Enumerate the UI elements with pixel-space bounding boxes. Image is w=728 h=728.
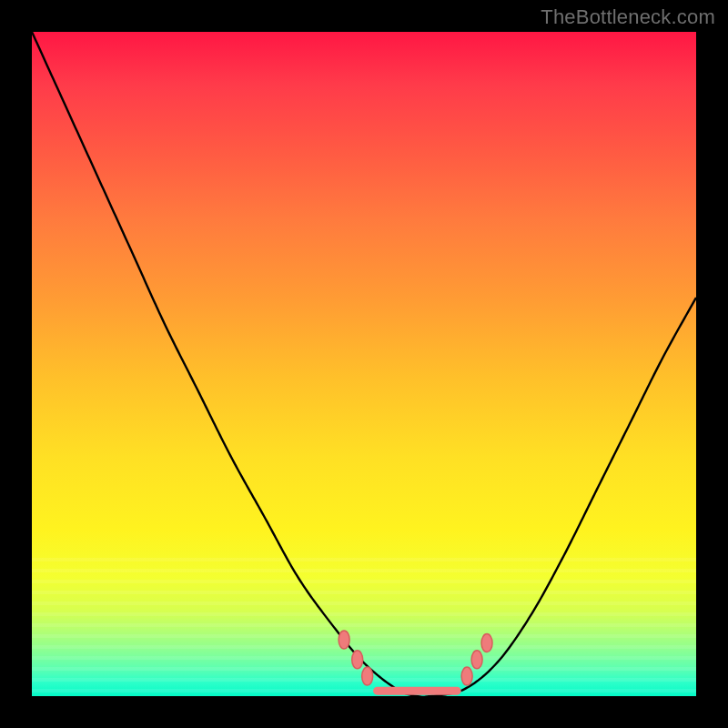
bottleneck-curve [32, 32, 696, 696]
flank-marker-left-1 [352, 651, 363, 669]
flank-marker-right-1 [471, 651, 482, 669]
flank-marker-right-0 [461, 667, 472, 685]
curve-layer [32, 32, 696, 696]
plot-area [32, 32, 696, 696]
chart-frame: TheBottleneck.com [0, 0, 728, 728]
flank-marker-right-2 [481, 634, 492, 652]
flank-marker-left-0 [339, 631, 349, 649]
watermark-text: TheBottleneck.com [541, 5, 715, 29]
flank-marker-left-2 [362, 667, 373, 685]
marker-group [339, 631, 492, 685]
